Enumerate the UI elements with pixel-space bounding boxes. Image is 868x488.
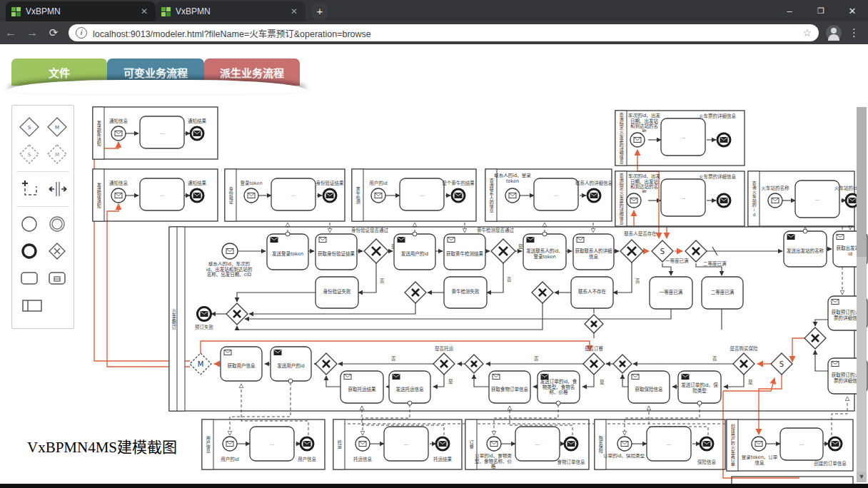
palette-lasso-tool-icon[interactable] bbox=[18, 178, 41, 200]
site-info-icon[interactable]: i bbox=[76, 27, 87, 39]
bpmn-canvas[interactable]: 发送邮件通知 … 通知信息 通知结果 发送短信通知 … 通知信息 通知结果 身份… bbox=[0, 44, 868, 488]
pool-label: 身份验证 bbox=[225, 169, 236, 221]
palette-task-icon[interactable] bbox=[18, 267, 41, 290]
task-send-food-order[interactable]: 发送订单的id、食物类型、食物名称、价格 bbox=[538, 371, 580, 405]
task-send-insurance-order[interactable]: 发送订单的id、保险类型 bbox=[678, 371, 721, 405]
svg-text:S: S bbox=[27, 125, 31, 131]
task-label: … bbox=[799, 441, 804, 447]
task-get-luggage-result[interactable]: 获取托运结果 bbox=[340, 371, 383, 403]
pool-identity-verification[interactable]: 身份验证 … 登录token 身份验证结果 bbox=[225, 169, 345, 221]
forward-button[interactable]: → bbox=[21, 26, 43, 39]
start-label: 订单的id、保险类型 bbox=[603, 454, 645, 468]
vxbpmn-logo-icon bbox=[11, 7, 21, 16]
task-get-identity-result[interactable]: 获取身份验证结果 bbox=[316, 234, 357, 270]
profile-avatar[interactable] bbox=[826, 25, 842, 41]
svg-text:否: 否 bbox=[712, 356, 717, 362]
pool-label: 查询火车站的id bbox=[748, 171, 760, 226]
new-tab-button[interactable]: + bbox=[311, 3, 328, 20]
task-get-food-order[interactable]: 获取食物订单信息 bbox=[489, 371, 530, 403]
pool-query-ticket-detail-1[interactable]: 查询指定火车票的详细信息 … 车次的id、出发日期、出发站和到达站的名称 火车票… bbox=[615, 111, 745, 166]
task-send-user-id-2[interactable]: 发送用户的id bbox=[271, 347, 311, 383]
bookmark-star-icon[interactable]: ☆ bbox=[802, 27, 812, 39]
end-label: 火车站的id bbox=[834, 185, 857, 191]
task-send-luggage-info[interactable]: 发送托运信息 bbox=[389, 371, 430, 405]
browser-menu-icon[interactable]: ⋮ bbox=[849, 26, 859, 39]
palette-diamond-s[interactable]: S bbox=[18, 116, 41, 138]
scrollbar-thumb[interactable] bbox=[857, 107, 867, 257]
gateway-contact-exists[interactable]: 联系人是否存在否 bbox=[620, 230, 657, 284]
task-get-insurance-info[interactable]: 获取保险信息 bbox=[628, 371, 670, 403]
palette-participant-icon[interactable] bbox=[21, 294, 44, 317]
close-tab-icon[interactable]: ✕ bbox=[288, 6, 300, 16]
back-button[interactable]: ← bbox=[0, 26, 21, 39]
gateway-merge-contact[interactable] bbox=[532, 282, 553, 303]
task-label: … bbox=[535, 441, 540, 447]
pool-label: 托运 bbox=[333, 420, 345, 469]
gateway-ticket-merge[interactable] bbox=[804, 327, 826, 349]
gateway-s-order[interactable]: S bbox=[771, 353, 792, 375]
end-label: 用户信息 bbox=[298, 456, 317, 462]
gateway-merge-luggage[interactable] bbox=[316, 353, 337, 375]
tab-vxbpmn-1[interactable]: VxBPMN ✕ bbox=[6, 1, 156, 21]
gateway-merge-fail[interactable] bbox=[226, 303, 248, 325]
pool-label: 发送短信通知 bbox=[93, 169, 104, 221]
palette-gateway-icon[interactable] bbox=[46, 240, 69, 263]
task-contact-not-exist[interactable]: 联系人不存在 bbox=[571, 277, 613, 308]
start-label: 用户的id bbox=[369, 180, 387, 186]
pool-query-contact-info[interactable]: 查询联系人的信息 … 联系人的id、登录token 联系人的详细信息 bbox=[485, 169, 613, 221]
palette-diamond-m[interactable]: M bbox=[46, 116, 69, 138]
url-text[interactable]: localhost:9013/modeler.html?fileName=火车票… bbox=[93, 26, 797, 40]
gateway-merge-scalper[interactable] bbox=[405, 282, 426, 303]
pool-user-info[interactable]: 用户信息 … 用户的id 用户信息 bbox=[202, 420, 325, 469]
task-send-contact-id-token[interactable]: 发送联系人的id、登录token bbox=[523, 232, 566, 270]
palette-space-tool-icon[interactable] bbox=[46, 178, 69, 200]
pool-query-ticket-detail-2[interactable]: 查询指定火车票的详细信息 … 车次的id、出发日期、出发站和到达站的名称 火车票… bbox=[615, 171, 745, 226]
close-tab-icon[interactable]: ✕ bbox=[138, 6, 150, 16]
modeler-palette: S M S M bbox=[11, 105, 74, 329]
gateway-mid-merge[interactable] bbox=[585, 315, 603, 333]
pool-luggage[interactable]: 托运 … 托运信息 托运结果 bbox=[333, 420, 462, 469]
minimize-button[interactable]: – bbox=[774, 6, 805, 16]
reload-button[interactable]: ⟳ bbox=[43, 26, 64, 39]
pool-food-order[interactable]: 订餐 … 订单的id、食物类型、食物名称、价格 食物订单信息 bbox=[465, 420, 589, 469]
vertical-scrollbar[interactable]: ▼ bbox=[857, 107, 867, 482]
task-identity-failed[interactable]: 身份验证失败 bbox=[316, 277, 358, 308]
palette-end-event-icon[interactable] bbox=[18, 240, 41, 263]
tab-vxbpmn-2[interactable]: VxBPMN ✕ bbox=[156, 1, 306, 21]
svg-text:是否订餐: 是否订餐 bbox=[585, 345, 604, 352]
restore-button[interactable]: ❐ bbox=[805, 6, 837, 16]
pool-label: 创建用户的火车票订单 bbox=[727, 420, 738, 471]
pool-scalper-detection[interactable]: 黄牛检测 … 用户的id 是个黄牛的结果 bbox=[352, 169, 476, 221]
gateway-seat-merge[interactable] bbox=[685, 240, 707, 262]
start-label: 登录token bbox=[240, 180, 262, 186]
task-get-contact-detail[interactable]: 获取联系人的详细信息 bbox=[573, 234, 614, 270]
edge-label: 一等座已满 bbox=[665, 258, 689, 264]
task-send-login-token[interactable]: 发送登录token bbox=[267, 232, 308, 270]
svg-text:否: 否 bbox=[391, 356, 396, 362]
palette-intermediate-event-icon[interactable] bbox=[46, 213, 69, 235]
gateway-m-variant[interactable]: M bbox=[190, 353, 211, 375]
close-window-button[interactable]: ✕ bbox=[837, 6, 868, 16]
svg-text:否: 否 bbox=[507, 277, 512, 283]
task-second-class-full[interactable]: 二等座已满 bbox=[702, 277, 743, 309]
task-send-depart-station[interactable]: 发送出发站的名称 bbox=[784, 229, 827, 267]
gateway-merge-food[interactable] bbox=[465, 355, 483, 373]
gateway-identity-ok[interactable]: 身份验证是否通过是否 bbox=[351, 227, 396, 284]
palette-diamond-s-dashed[interactable]: S bbox=[18, 143, 41, 166]
pool-query-station-id[interactable]: 查询火车站的id … 火车站的名称 火车站的id bbox=[748, 171, 859, 226]
pool-send-email-notice[interactable]: 发送邮件通知 … 通知信息 通知结果 bbox=[93, 107, 218, 159]
address-bar[interactable]: i localhost:9013/modeler.html?fileName=火… bbox=[69, 24, 819, 41]
task-get-scalper-result[interactable]: 获取黄牛检测结果 bbox=[444, 234, 485, 270]
task-label: … bbox=[160, 192, 165, 198]
palette-subprocess-icon[interactable] bbox=[46, 267, 69, 290]
task-scalper-failed[interactable]: 黄牛检测失败 bbox=[444, 277, 487, 308]
palette-diamond-m-dashed[interactable]: M bbox=[46, 143, 69, 166]
task-first-class-full[interactable]: 一等座已满 bbox=[650, 277, 692, 309]
task-send-user-id[interactable]: 发送用户的id bbox=[394, 232, 435, 270]
scrollbar-down-arrow[interactable]: ▼ bbox=[857, 472, 867, 482]
pool-send-sms-notice[interactable]: 发送短信通知 … 通知信息 通知结果 bbox=[93, 169, 218, 221]
pool-create-order[interactable]: 创建用户的火车票订单 … 登录token、订单信息 创建的订单信息 bbox=[727, 420, 853, 471]
gateway-merge-insurance[interactable] bbox=[613, 355, 632, 373]
task-get-user-info[interactable]: 获取用户信息 bbox=[221, 347, 262, 381]
palette-start-event-icon[interactable] bbox=[18, 213, 41, 235]
